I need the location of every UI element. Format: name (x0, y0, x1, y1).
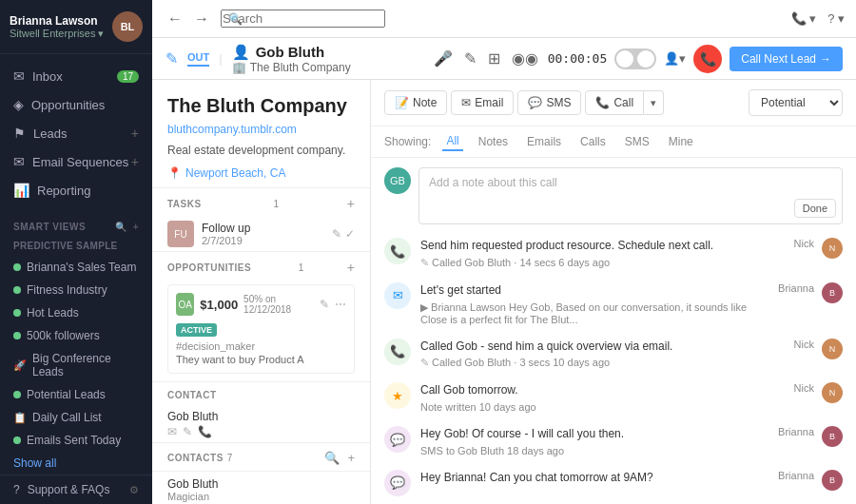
contacts-search-icon[interactable]: 🔍 (324, 451, 340, 465)
hangup-button[interactable]: 📞 (693, 45, 722, 73)
arrow-icon: → (820, 52, 831, 66)
right-panel: 📝 Note ✉ Email 💬 SMS 📞 Call ▾ (371, 80, 856, 504)
leadbar: ✎ OUT | 👤 Gob Bluth 🏢 The Bluth Company … (152, 38, 856, 80)
activity-sub: ✎ Called Gob Bluth · 14 secs 6 days ago (420, 257, 785, 269)
smart-view-emails-sent-today[interactable]: Emails Sent Today (0, 429, 152, 452)
sidebar-item-reporting[interactable]: 📊 Reporting (0, 176, 152, 204)
smart-view-briannas-sales[interactable]: Brianna's Sales Team (0, 256, 152, 279)
phone-icon[interactable]: 📞 ▾ (791, 11, 817, 26)
activity-meta: Brianna B (778, 426, 843, 456)
contact-note-icon[interactable]: ✎ (183, 425, 192, 438)
smart-views-add-icon[interactable]: + (133, 222, 139, 232)
activity-user-avatar: N (822, 382, 843, 403)
search-input[interactable] (221, 10, 385, 28)
call-button-group: 📞 Call ▾ (585, 90, 664, 115)
opportunities-icon: ◈ (13, 97, 24, 112)
smart-view-big-conference[interactable]: 🚀 Big Conference Leads (0, 347, 152, 383)
task-actions: ✎ ✓ (332, 227, 355, 241)
sv-dot (13, 332, 21, 339)
back-button[interactable]: ← (164, 9, 186, 29)
recording-button[interactable]: ◉◉ (510, 48, 540, 69)
sms-activity-icon: 💬 (384, 426, 411, 453)
help-icon[interactable]: ? ▾ (827, 11, 845, 26)
tasks-add-button[interactable]: + (347, 196, 355, 211)
search-container: 🔍 (221, 10, 385, 28)
activity-item-5: 💬 Hey Brianna! Can you chat tomorrow at … (384, 470, 843, 496)
opportunities-add-button[interactable]: + (347, 260, 355, 275)
sms-button[interactable]: 💬 SMS (517, 90, 581, 115)
sidebar-item-email-sequences[interactable]: ✉ Email Sequences + (0, 147, 152, 176)
task-info: Follow up 2/7/2019 (202, 222, 324, 246)
filter-tab-emails[interactable]: Emails (523, 133, 565, 150)
dial-button[interactable]: ✎ (462, 48, 478, 69)
contact-phone-icon[interactable]: 📞 (198, 425, 212, 438)
company-website[interactable]: bluthcompany.tumblr.com (167, 123, 355, 136)
call-icon: 📞 (595, 96, 610, 109)
call-toggle[interactable] (614, 48, 656, 69)
call-activity-icon: 📞 (384, 238, 411, 264)
note-done-button[interactable]: Done (794, 199, 836, 218)
activity-user-avatar: N (822, 339, 843, 359)
mic-button[interactable]: 🎤 (432, 48, 455, 69)
task-complete-icon[interactable]: ✓ (345, 227, 355, 241)
smart-view-fitness-industry[interactable]: Fitness Industry (0, 279, 152, 301)
activity-meta: Nick N (794, 382, 843, 413)
smart-view-daily-call-list[interactable]: 📋 Daily Call List (0, 406, 152, 429)
opp-edit-icon[interactable]: ✎ (320, 298, 329, 311)
forward-button[interactable]: → (190, 9, 213, 29)
company-location: 📍 Newport Beach, CA (167, 166, 355, 180)
note-button[interactable]: 📝 Note (384, 90, 447, 115)
call-button[interactable]: 📞 Call (585, 90, 644, 115)
filter-tab-calls[interactable]: Calls (576, 133, 610, 150)
sidebar-item-leads[interactable]: ⚑ Leads + (0, 119, 152, 147)
filter-tab-all[interactable]: All (442, 132, 462, 151)
status-select[interactable]: Potential Active Bad Timing Lost (749, 89, 843, 116)
show-all-link[interactable]: Show all (0, 452, 152, 475)
smart-view-500k-followers[interactable]: 500k followers (0, 324, 152, 347)
tasks-section-header: TASKS 1 + (152, 187, 370, 217)
sidebar-item-opportunities[interactable]: ◈ Opportunities (0, 90, 152, 119)
activity-body: Called Gob - send him a quick overview v… (420, 339, 785, 370)
sidebar-item-inbox[interactable]: ✉ Inbox 17 (0, 62, 152, 90)
leads-add-icon: + (131, 126, 139, 141)
contact-title: CONTACT (167, 390, 217, 400)
opp-actions: ✎ ⋯ (320, 298, 346, 311)
showing-label: Showing: (384, 135, 431, 148)
contact-email-icon[interactable]: ✉ (167, 425, 177, 438)
opp-more-icon[interactable]: ⋯ (335, 298, 346, 311)
sv-dot (13, 286, 21, 294)
call-dropdown-button[interactable]: ▾ (644, 90, 664, 115)
contact-section: Gob Bluth ✉ ✎ 📞 (152, 406, 370, 442)
activity-body: Hey Brianna! Can you chat tomorrow at 9A… (420, 470, 768, 496)
edit-icon[interactable]: ✎ (165, 49, 178, 68)
email-button[interactable]: ✉ Email (451, 90, 514, 115)
action-bar: 📝 Note ✉ Email 💬 SMS 📞 Call ▾ (371, 80, 856, 126)
activity-body: Send him requested product resource. Sch… (420, 238, 785, 269)
topbar-navigation: ← → (164, 9, 213, 29)
sidebar-item-support[interactable]: ? Support & FAQs ⚙ (0, 475, 152, 504)
activity-user-avatar: N (822, 238, 843, 259)
sidebar: Brianna Lawson Sitwell Enterprises ▾ BL … (0, 0, 152, 504)
smart-view-potential-leads[interactable]: Potential Leads (0, 383, 152, 406)
activity-author: Nick (794, 238, 814, 249)
filter-tab-sms[interactable]: SMS (621, 133, 653, 150)
task-edit-icon[interactable]: ✎ (332, 227, 341, 241)
contacts-add-icon[interactable]: + (347, 451, 355, 465)
edit-sub-icon: ✎ (420, 357, 432, 368)
main-content: ← → 🔍 📞 ▾ ? ▾ ✎ OUT | 👤 Gob Bluth 🏢 The … (152, 0, 856, 504)
filter-tab-notes[interactable]: Notes (475, 133, 512, 150)
leadbar-info: 👤 Gob Bluth 🏢 The Bluth Company (232, 44, 351, 74)
smart-view-hot-leads[interactable]: Hot Leads (0, 301, 152, 324)
contact-item: Gob Bluth Magician ✉ ✎ 📞 (152, 471, 370, 504)
call-next-button[interactable]: Call Next Lead → (730, 47, 843, 71)
profile-company: Sitwell Enterprises ▾ (10, 28, 112, 40)
contact-item-name: Gob Bluth (167, 477, 355, 491)
grid-button[interactable]: ⊞ (486, 48, 502, 69)
topbar-right-actions: 📞 ▾ ? ▾ (791, 11, 845, 26)
task-date: 2/7/2019 (202, 235, 324, 246)
filter-tab-mine[interactable]: Mine (665, 133, 697, 150)
note-input[interactable]: Add a note about this call Done (418, 167, 843, 224)
activity-sub: ✎ Called Gob Bluth · 3 secs 10 days ago (420, 357, 785, 369)
opportunities-count: 1 (299, 262, 304, 273)
smart-views-search-icon[interactable]: 🔍 (115, 222, 127, 232)
